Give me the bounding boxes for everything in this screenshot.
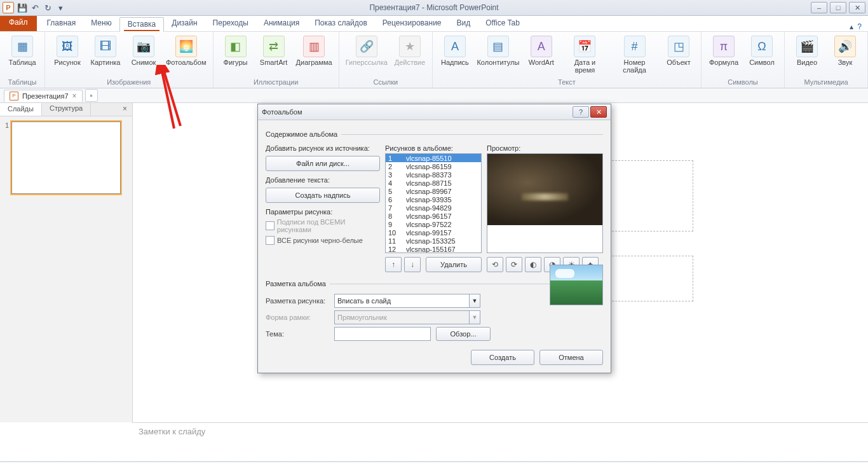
tab-анимация[interactable]: Анимация [256,17,307,31]
new-document-icon[interactable]: ▫ [85,89,98,102]
notes-pane[interactable]: Заметки к слайду [132,422,868,461]
chart-label: Диаграмма [296,59,332,66]
shapes-button[interactable]: ◧Фигуры [217,34,254,67]
rotate-right-icon[interactable]: ⟳ [506,257,522,272]
contrast-down-icon[interactable]: ◐ [525,257,541,272]
tab-вставка[interactable]: Вставка [119,17,165,32]
tab-показ-слайдов[interactable]: Показ слайдов [307,17,375,31]
layout-combo[interactable]: Вписать в слайд▼ [334,294,480,308]
undo-icon[interactable]: ↶ [29,2,41,13]
presentation-icon: P [10,92,18,100]
layout-preview [550,265,603,305]
dialog-help-button[interactable]: ? [573,106,589,118]
clipart-label: Картинка [91,59,121,66]
tab-дизайн[interactable]: Дизайн [164,17,205,31]
tab-slides[interactable]: Слайды [0,103,42,116]
create-textbox-button[interactable]: Создать надпись [266,188,380,203]
redo-icon[interactable]: ↻ [42,2,53,13]
qat-customize-icon[interactable]: ▾ [55,2,66,13]
dialog-titlebar[interactable]: Фотоальбом ? ✕ [258,104,611,120]
captions-checkbox: Подписи под ВСЕМИ рисунками [266,218,380,233]
textbox-button[interactable]: AНадпись [437,34,473,67]
tab-меню[interactable]: Меню [83,17,119,31]
slidenumber-button[interactable]: #Номер слайда [610,34,659,75]
wordart-button[interactable]: AWordArt [523,34,560,67]
chart-button[interactable]: ▥Диаграмма [294,34,335,67]
list-item[interactable]: 5vlcsnap-89967 [386,187,481,195]
create-button[interactable]: Создать [471,350,534,365]
audio-button[interactable]: 🔊Звук [827,34,864,67]
list-item[interactable]: 9vlcsnap-97522 [386,220,481,228]
smartart-button[interactable]: ⇄SmartArt [255,34,292,67]
ribbon-tabstrip: Файл ГлавнаяМенюВставкаДизайнПереходыАни… [0,16,868,32]
video-icon: 🎬 [796,36,818,57]
slidenumber-icon: # [624,36,646,57]
app-icon: P [3,2,14,13]
wordart-icon: A [531,36,552,57]
list-item[interactable]: 1vlcsnap-85510 [386,154,481,162]
list-item[interactable]: 12vlcsnap-155167 [386,245,481,253]
slide-thumbnail-1[interactable] [11,121,121,194]
browse-button[interactable]: Обзор... [436,327,491,341]
ribbon: ▦ТаблицаТаблицы🖼Рисунок🎞Картинка📷Снимок🌅… [0,32,868,88]
picture-button[interactable]: 🖼Рисунок [49,34,86,67]
document-tab[interactable]: P Презентация7 × [4,90,83,102]
maximize-button[interactable]: □ [830,2,846,13]
remove-button[interactable]: Удалить [426,257,482,272]
help-icon[interactable]: ? [857,22,862,31]
photoalbum-button[interactable]: 🌅Фотоальбом [163,34,209,67]
picture-label: Рисунок [54,59,81,66]
tab-вид[interactable]: Вид [449,17,478,31]
close-document-icon[interactable]: × [72,92,77,100]
clipart-button[interactable]: 🎞Картинка [87,34,124,67]
video-button[interactable]: 🎬Видео [789,34,825,67]
screenshot-button[interactable]: 📷Снимок [125,34,162,67]
close-window-button[interactable]: ✕ [849,2,865,13]
table-button[interactable]: ▦Таблица [4,34,41,67]
equation-button[interactable]: πФормула [705,34,742,67]
dialog-close-button[interactable]: ✕ [590,106,607,118]
datetime-icon: 📅 [574,36,595,57]
cancel-button[interactable]: Отмена [539,350,603,365]
move-up-button[interactable]: ↑ [385,257,402,272]
headerfooter-icon: ▤ [487,36,509,57]
headerfooter-button[interactable]: ▤Колонтитулы [475,34,522,67]
tab-outline[interactable]: Структура [42,103,91,116]
minimize-button[interactable]: – [811,2,827,13]
tab-рецензирование[interactable]: Рецензирование [375,17,449,31]
frame-label: Форма рамки: [266,314,329,321]
theme-input[interactable] [334,327,431,341]
list-item[interactable]: 6vlcsnap-93935 [386,195,481,204]
list-item[interactable]: 10vlcsnap-99157 [386,228,481,237]
photoalbum-icon: 🌅 [175,36,197,57]
list-item[interactable]: 11vlcsnap-153325 [386,237,481,245]
rotate-left-icon[interactable]: ⟲ [487,257,503,272]
ribbon-group-таблицы: ▦ТаблицаТаблицы [0,32,45,88]
theme-label: Тема: [266,330,329,338]
list-item[interactable]: 8vlcsnap-96157 [386,212,481,220]
move-down-button[interactable]: ↓ [404,257,421,272]
symbol-button[interactable]: ΩСимвол [743,34,780,67]
tab-главная[interactable]: Главная [39,17,84,31]
preview-box [487,153,603,253]
close-panel-icon[interactable]: × [118,103,132,116]
tab-переходы[interactable]: Переходы [205,17,256,31]
list-item[interactable]: 2vlcsnap-86159 [386,162,481,170]
layout-label: Разметка рисунка: [266,297,329,305]
object-icon: ◳ [668,36,689,57]
object-button[interactable]: ◳Объект [660,34,697,67]
file-or-disk-button[interactable]: Файл или диск... [266,156,380,171]
bw-checkbox[interactable]: ВСЕ рисунки черно-белые [266,236,380,245]
file-tab[interactable]: Файл [0,13,37,31]
ribbon-right-controls: ▴ ? [850,22,868,31]
list-item[interactable]: 4vlcsnap-88715 [386,179,481,187]
list-item[interactable]: 3vlcsnap-88373 [386,170,481,179]
datetime-button[interactable]: 📅Дата и время [561,34,609,75]
slides-panel: Слайды Структура × 1 [0,103,133,422]
ribbon-minimize-icon[interactable]: ▴ [850,22,853,31]
list-item[interactable]: 7vlcsnap-94829 [386,204,481,212]
picture-list[interactable]: 1vlcsnap-855102vlcsnap-861593vlcsnap-883… [385,153,482,253]
save-icon[interactable]: 💾 [17,2,28,13]
chart-icon: ▥ [303,36,325,57]
tab-office-tab[interactable]: Office Tab [478,17,527,31]
